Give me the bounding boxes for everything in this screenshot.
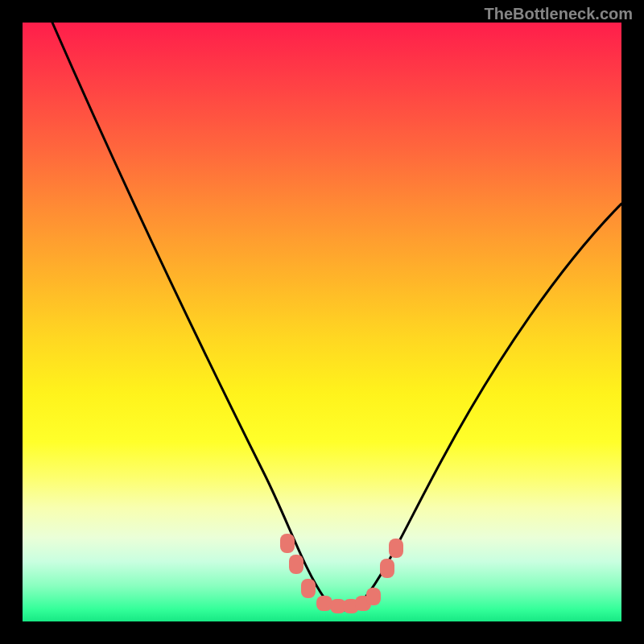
watermark-text: TheBottleneck.com <box>485 5 633 23</box>
svg-rect-3 <box>316 596 332 611</box>
bottleneck-curve <box>52 23 621 610</box>
svg-rect-0 <box>280 534 295 553</box>
svg-rect-7 <box>366 588 381 605</box>
svg-rect-1 <box>289 555 303 574</box>
curve-markers <box>280 534 403 613</box>
svg-rect-9 <box>389 539 403 558</box>
chart-svg <box>23 23 621 621</box>
chart-frame: TheBottleneck.com <box>0 0 644 644</box>
svg-rect-2 <box>301 579 316 598</box>
chart-plot-area <box>23 23 621 621</box>
svg-rect-8 <box>380 559 394 578</box>
